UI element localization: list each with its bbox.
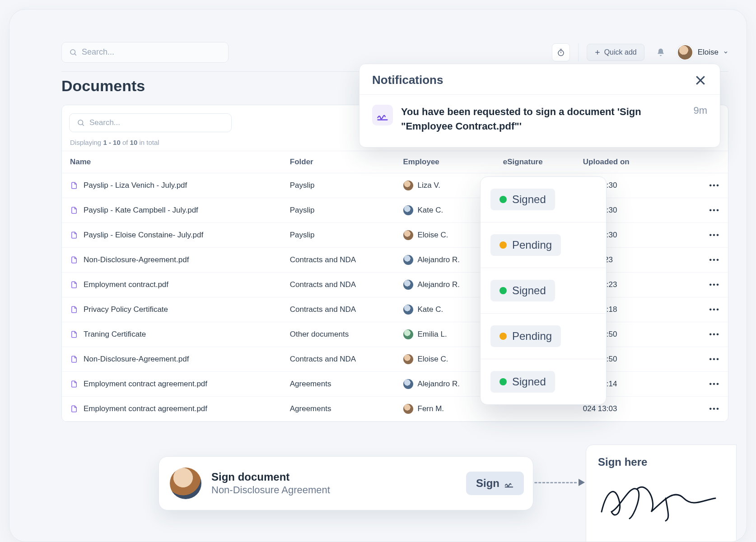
file-icon bbox=[70, 206, 78, 215]
row-actions-button[interactable]: ••• bbox=[688, 322, 728, 347]
table-search-placeholder: Search... bbox=[89, 118, 120, 127]
app-frame: Search... Quick add Eloise Documents bbox=[9, 9, 747, 542]
file-icon bbox=[70, 280, 78, 289]
employee-name: Kate C. bbox=[418, 206, 443, 215]
svg-point-7 bbox=[78, 120, 83, 125]
table-row[interactable]: Employment contract.pdfContracts and NDA… bbox=[62, 273, 728, 297]
avatar bbox=[403, 379, 413, 389]
row-actions-button[interactable]: ••• bbox=[688, 273, 728, 297]
file-name: Non-Disclosure-Agreement.pdf bbox=[84, 355, 189, 364]
table-row[interactable]: Employment contract agreement.pdfAgreeme… bbox=[62, 372, 728, 397]
quick-add-label: Quick add bbox=[604, 48, 637, 56]
employee-cell: Fern M. bbox=[403, 404, 487, 414]
employee-cell: Alejandro R. bbox=[403, 280, 487, 290]
avatar bbox=[403, 280, 413, 290]
employee-cell: Kate C. bbox=[403, 305, 487, 315]
file-cell: Employment contract agreement.pdf bbox=[70, 380, 274, 389]
signature-icon bbox=[504, 478, 514, 488]
sign-button-label: Sign bbox=[476, 477, 499, 490]
file-cell: Employment contract agreement.pdf bbox=[70, 404, 274, 413]
employee-name: Eloise C. bbox=[418, 355, 448, 364]
plus-icon bbox=[594, 49, 601, 56]
col-uploaded[interactable]: Uploaded on bbox=[575, 151, 688, 173]
avatar bbox=[677, 44, 693, 60]
folder-cell: Payslip bbox=[282, 173, 395, 198]
table-row[interactable]: Non-Disclosure-Agreement.pdfContracts an… bbox=[62, 248, 728, 273]
table-search-input[interactable]: Search... bbox=[69, 113, 232, 132]
col-employee[interactable]: Employee bbox=[395, 151, 495, 173]
col-name[interactable]: Name bbox=[62, 151, 282, 173]
quick-add-button[interactable]: Quick add bbox=[587, 44, 644, 61]
row-actions-button[interactable]: ••• bbox=[688, 173, 728, 198]
file-icon bbox=[70, 181, 78, 190]
search-icon bbox=[69, 48, 77, 56]
user-menu[interactable]: Eloise bbox=[677, 44, 728, 60]
employee-name: Alejandro R. bbox=[418, 380, 460, 389]
employee-name: Kate C. bbox=[418, 305, 443, 314]
avatar bbox=[403, 329, 413, 339]
row-actions-button[interactable]: ••• bbox=[688, 297, 728, 322]
folder-cell: Contracts and NDA bbox=[282, 297, 395, 322]
sign-card-subtitle: Non-Disclosure Agreement bbox=[211, 484, 330, 496]
col-esignature[interactable]: eSignature bbox=[495, 151, 575, 173]
svg-point-0 bbox=[70, 50, 75, 55]
esignature-status-row: Signed bbox=[481, 177, 606, 222]
employee-cell: Eloise C. bbox=[403, 230, 487, 240]
table-row[interactable]: Payslip - Kate Campbell - July.pdfPaysli… bbox=[62, 198, 728, 223]
file-name: Payslip - Liza Venich - July.pdf bbox=[84, 181, 187, 190]
signature-icon bbox=[372, 105, 393, 125]
esignature-status-row: Signed bbox=[481, 268, 606, 314]
row-actions-button[interactable]: ••• bbox=[688, 347, 728, 372]
file-name: Employment contract.pdf bbox=[84, 280, 168, 289]
table-row[interactable]: Employment contract agreement.pdfAgreeme… bbox=[62, 397, 728, 422]
timer-button[interactable] bbox=[552, 43, 570, 61]
chevron-down-icon bbox=[723, 50, 728, 55]
sign-document-card: Sign document Non-Disclosure Agreement S… bbox=[159, 456, 533, 510]
file-name: Traning Certificate bbox=[84, 330, 146, 339]
search-placeholder: Search... bbox=[82, 47, 114, 57]
esignature-status-row: Signed bbox=[481, 359, 606, 404]
sign-here-panel[interactable]: Sign here bbox=[586, 445, 737, 542]
employee-cell: Emilia L. bbox=[403, 329, 487, 339]
row-actions-button[interactable]: ••• bbox=[688, 198, 728, 223]
file-cell: Non-Disclosure-Agreement.pdf bbox=[70, 255, 274, 264]
avatar bbox=[403, 255, 413, 265]
employee-name: Eloise C. bbox=[418, 231, 448, 240]
table-row[interactable]: Payslip - Liza Venich - July.pdfPayslipL… bbox=[62, 173, 728, 198]
table-row[interactable]: Privacy Policy CertificateContracts and … bbox=[62, 297, 728, 322]
file-icon bbox=[70, 404, 78, 413]
status-dot bbox=[499, 196, 507, 203]
esignature-status-overlay: SignedPendingSignedPendingSigned bbox=[480, 176, 607, 405]
employee-name: Fern M. bbox=[418, 404, 444, 413]
file-name: Payslip - Kate Campbell - July.pdf bbox=[84, 206, 198, 215]
table-row[interactable]: Non-Disclosure-Agreement.pdfContracts an… bbox=[62, 347, 728, 372]
row-actions-button[interactable]: ••• bbox=[688, 397, 728, 422]
folder-cell: Agreements bbox=[282, 372, 395, 397]
table-row[interactable]: Traning CertificateOther documentsEmilia… bbox=[62, 322, 728, 347]
sign-button[interactable]: Sign bbox=[466, 472, 524, 495]
bell-icon bbox=[656, 48, 665, 57]
file-name: Employment contract agreement.pdf bbox=[84, 380, 207, 389]
notification-item[interactable]: You have been requested to sign a docume… bbox=[359, 94, 720, 147]
employee-name: Emilia L. bbox=[418, 330, 447, 339]
folder-cell: Other documents bbox=[282, 322, 395, 347]
close-icon[interactable] bbox=[694, 74, 707, 87]
row-actions-button[interactable]: ••• bbox=[688, 372, 728, 397]
status-label: Pending bbox=[512, 239, 552, 251]
col-folder[interactable]: Folder bbox=[282, 151, 395, 173]
file-icon bbox=[70, 330, 78, 339]
table-row[interactable]: Payslip - Eloise Constaine- July.pdfPays… bbox=[62, 223, 728, 248]
notification-time: 9m bbox=[693, 105, 707, 116]
row-actions-button[interactable]: ••• bbox=[688, 248, 728, 273]
status-badge: Pending bbox=[490, 234, 561, 256]
sign-card-title: Sign document bbox=[211, 471, 330, 483]
folder-cell: Agreements bbox=[282, 397, 395, 422]
global-search-input[interactable]: Search... bbox=[61, 42, 229, 63]
svg-line-8 bbox=[82, 124, 84, 125]
user-name: Eloise bbox=[698, 48, 719, 57]
notifications-button[interactable] bbox=[653, 44, 669, 60]
table-header-row: Name Folder Employee eSignature Uploaded… bbox=[62, 151, 728, 173]
row-actions-button[interactable]: ••• bbox=[688, 223, 728, 248]
status-label: Signed bbox=[512, 193, 546, 206]
status-label: Pending bbox=[512, 330, 552, 343]
